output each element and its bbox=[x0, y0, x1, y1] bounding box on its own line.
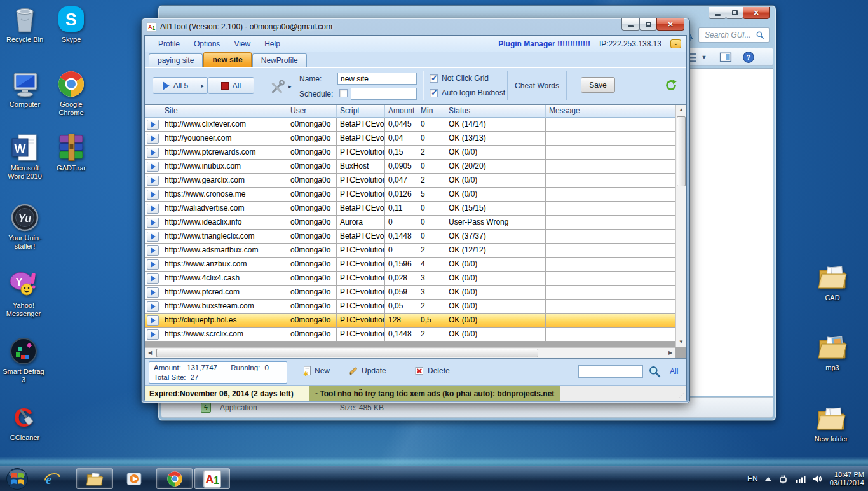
table-row[interactable]: https://www.anzbux.como0monga0oPTCEvolut… bbox=[145, 258, 677, 272]
search-icon[interactable] bbox=[648, 365, 661, 378]
minimize-to-tray-button[interactable]: - bbox=[670, 39, 681, 48]
table-row[interactable]: http://www.ptcrewards.como0monga0oPTCEvo… bbox=[145, 146, 677, 160]
column-header-min[interactable]: Min bbox=[417, 105, 445, 118]
tools-icon[interactable] bbox=[269, 78, 286, 93]
filter-search-input[interactable] bbox=[578, 365, 643, 378]
table-row[interactable]: https://www.cronose.meo0monga0oPTCEvolut… bbox=[145, 188, 677, 202]
play-icon[interactable] bbox=[147, 273, 159, 284]
menu-help[interactable]: Help bbox=[257, 38, 287, 50]
desktop-icon-smart-defrag-3[interactable]: Smart Defrag 3 bbox=[1, 336, 46, 384]
safely-remove-icon[interactable] bbox=[778, 474, 789, 484]
vertical-scroll-thumb[interactable] bbox=[677, 116, 686, 186]
play-icon[interactable] bbox=[147, 246, 159, 256]
desktop-icon-gadt-rar[interactable]: GADT.rar bbox=[48, 132, 94, 172]
tools-dropdown[interactable]: ▸ bbox=[288, 83, 292, 90]
table-row[interactable]: http://cliqueptp.hol.eso0monga0oPTCEvolu… bbox=[145, 314, 677, 328]
desktop-icon-skype[interactable]: SSkype bbox=[48, 4, 94, 44]
table-row[interactable]: http://www.clixfever.como0monga0oBetaPTC… bbox=[145, 118, 677, 132]
resize-grip[interactable]: ⋰ bbox=[677, 386, 686, 401]
taskbar-internet-explorer[interactable]: e bbox=[38, 468, 66, 489]
name-input[interactable] bbox=[337, 73, 417, 85]
row-play-cell[interactable] bbox=[145, 272, 161, 285]
row-play-cell[interactable] bbox=[145, 216, 161, 229]
row-play-cell[interactable] bbox=[145, 244, 161, 257]
delete-button[interactable]: Delete bbox=[414, 366, 450, 376]
menu-view[interactable]: View bbox=[227, 38, 257, 50]
explorer-maximize-button[interactable] bbox=[726, 7, 743, 19]
network-signal-icon[interactable] bbox=[796, 474, 806, 484]
clock[interactable]: 18:47 PM 03/11/2014 bbox=[830, 471, 864, 487]
play-icon[interactable] bbox=[147, 120, 159, 130]
tab-newprofile[interactable]: NewProfile bbox=[252, 53, 307, 67]
desktop-icon-new-folder[interactable]: New folder bbox=[808, 403, 854, 443]
row-play-cell[interactable] bbox=[145, 300, 161, 313]
taskbar-all1tool[interactable]: A1 bbox=[194, 468, 230, 489]
stop-all-button[interactable]: All bbox=[208, 77, 254, 94]
plugin-manager-label[interactable]: Plugin Manager !!!!!!!!!!!!! bbox=[498, 39, 590, 48]
table-row[interactable]: http://www.ptcred.como0monga0oPTCEvoluti… bbox=[145, 286, 677, 300]
not-click-grid-checkbox[interactable] bbox=[430, 74, 438, 83]
desktop-icon-microsoft-word-2010[interactable]: WMicrosoft Word 2010 bbox=[2, 132, 48, 181]
table-row[interactable]: http://youoneer.como0monga0oBetaPTCEvo..… bbox=[145, 132, 677, 146]
play-icon[interactable] bbox=[147, 218, 159, 228]
help-icon[interactable]: ? bbox=[742, 51, 755, 64]
save-button[interactable]: Save bbox=[581, 77, 615, 93]
table-row[interactable]: http://www.ideaclix.infoo0monga0oAurora0… bbox=[145, 216, 677, 230]
scroll-down-arrow[interactable]: ▼ bbox=[676, 337, 686, 347]
play-icon[interactable] bbox=[147, 232, 159, 242]
play-icon[interactable] bbox=[147, 259, 159, 270]
not-click-grid-option[interactable]: Not Click Grid bbox=[430, 74, 489, 83]
desktop-icon-cad[interactable]: CAD bbox=[810, 262, 855, 302]
table-row[interactable]: http://www.buxstream.como0monga0oPTCEvol… bbox=[145, 300, 677, 314]
explorer-search-box[interactable] bbox=[698, 27, 770, 43]
play-icon[interactable] bbox=[147, 329, 159, 340]
new-button[interactable]: ✱ New bbox=[301, 366, 330, 376]
close-button[interactable]: ✕ bbox=[656, 18, 684, 31]
scroll-up-arrow[interactable]: ▲ bbox=[676, 105, 686, 115]
schedule-checkbox[interactable] bbox=[339, 89, 348, 97]
horizontal-scrollbar[interactable]: ◀ ▶ bbox=[145, 347, 675, 358]
column-header-script[interactable]: Script bbox=[337, 105, 385, 118]
column-header-site[interactable]: Site bbox=[161, 105, 287, 118]
column-header-icon[interactable] bbox=[145, 105, 161, 118]
start-button[interactable] bbox=[4, 468, 31, 489]
auto-login-option[interactable]: Auto login Buxhost bbox=[430, 88, 505, 97]
menu-options[interactable]: Options bbox=[187, 38, 227, 50]
explorer-search-input[interactable] bbox=[703, 30, 756, 40]
chevron-down-icon[interactable]: ▼ bbox=[698, 51, 710, 64]
desktop-icon-computer[interactable]: Computer bbox=[2, 69, 48, 109]
taskbar-explorer[interactable] bbox=[76, 468, 113, 489]
maximize-button[interactable] bbox=[639, 18, 657, 31]
row-play-cell[interactable] bbox=[145, 188, 161, 201]
start-all-dropdown[interactable] bbox=[198, 77, 208, 94]
column-header-status[interactable]: Status bbox=[445, 105, 546, 118]
cheat-words-button[interactable]: Cheat Words bbox=[512, 81, 562, 90]
show-all-link[interactable]: All bbox=[670, 367, 678, 376]
explorer-close-button[interactable]: ✕ bbox=[743, 7, 770, 19]
desktop-icon-ccleaner[interactable]: CCCleaner bbox=[2, 402, 48, 442]
table-row[interactable]: http://www.gearclix.como0monga0oPTCEvolu… bbox=[145, 174, 677, 188]
preview-pane-icon[interactable] bbox=[719, 51, 732, 64]
play-icon[interactable] bbox=[147, 134, 159, 144]
table-row[interactable]: http://www.inubux.como0monga0oBuxHost0,0… bbox=[145, 160, 677, 174]
horizontal-scroll-thumb[interactable] bbox=[156, 349, 538, 357]
taskbar-chrome[interactable] bbox=[156, 468, 193, 489]
row-play-cell[interactable] bbox=[145, 132, 161, 145]
play-icon[interactable] bbox=[147, 190, 159, 200]
play-icon[interactable] bbox=[147, 176, 159, 186]
scroll-right-arrow[interactable]: ▶ bbox=[665, 348, 675, 358]
table-row[interactable]: http://www.triangleclix.como0monga0oBeta… bbox=[145, 230, 677, 244]
title-bar[interactable]: A1 All1Tool (Version: 2.100) - o0monga0o… bbox=[142, 18, 689, 35]
schedule-input[interactable] bbox=[351, 88, 417, 100]
table-row[interactable]: https://www.scrclix.como0monga0oPTCEvolu… bbox=[145, 328, 677, 342]
row-play-cell[interactable] bbox=[145, 118, 161, 131]
desktop-icon-recycle-bin[interactable]: Recycle Bin bbox=[2, 4, 48, 44]
volume-icon[interactable] bbox=[813, 474, 823, 484]
play-icon[interactable] bbox=[147, 301, 159, 312]
desktop-icon-mp3[interactable]: mp3 bbox=[810, 332, 855, 372]
minimize-button[interactable] bbox=[621, 18, 640, 31]
tab-new-site[interactable]: new site bbox=[203, 52, 251, 67]
play-icon[interactable] bbox=[147, 162, 159, 172]
desktop-icon-yahoo-messenger[interactable]: YYahoo! Messenger bbox=[1, 270, 46, 318]
table-row[interactable]: http://www.4clix4.casho0monga0oPTCEvolut… bbox=[145, 272, 677, 286]
